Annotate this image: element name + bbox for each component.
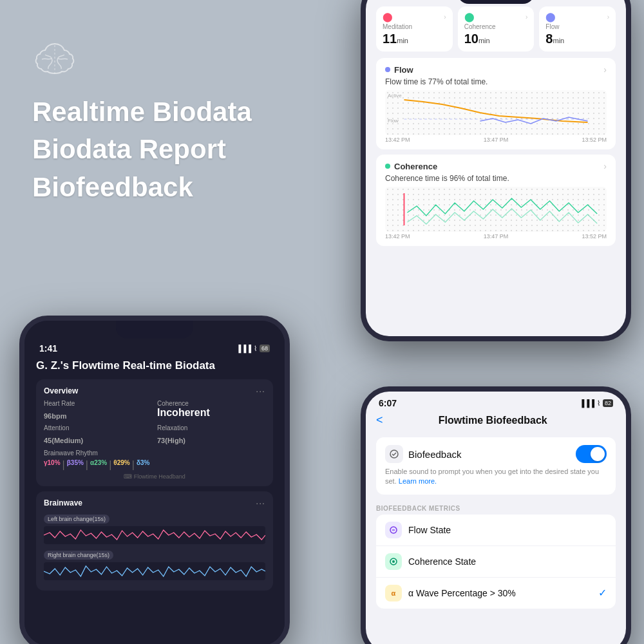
right-brain-wave [44,562,265,580]
alpha-check-icon: ✓ [598,587,607,599]
headline-line-2: Biodata Report [32,134,290,165]
brain-icon [32,39,290,85]
phone-bottom-right: 6:07 ▐▐▐ ⌇ 82 < Flowtime Biofeedback [361,386,631,644]
bf-title: Flowtime Biofeedback [390,415,596,426]
heart-rate-value: 96bpm [44,407,152,422]
bf-toggle-label: Biofeedback [385,445,462,463]
bf-toggle-row: Biofeedback [385,445,607,463]
alpha-wave-label: α Wave Percentage > 30% [408,588,592,598]
meditation-stat[interactable]: ⬤ › Meditation 11min [376,6,453,52]
beta-value: β35% [67,459,84,471]
flow-section: Flow › Flow time is 77% of total time. A… [376,58,616,149]
overview-menu[interactable]: ··· [256,386,265,396]
brainwave-header: Brainwave ··· [44,498,265,508]
bf-battery: 82 [603,399,613,407]
overview-card: Overview ··· Heart Rate 96bpm Coherence [36,379,273,486]
coherence-value: Incoherent [157,407,265,419]
list-item-alpha[interactable]: α α Wave Percentage > 30% ✓ [376,578,616,609]
flow-state-icon [385,522,402,538]
relaxation-label: Relaxation [157,424,265,431]
flow-section-title: Flow [394,65,413,75]
left-brain-section: Left brain change(15s) [44,512,265,544]
bf-header: < Flowtime Biofeedback [366,408,626,432]
overview-header: Overview ··· [44,386,265,396]
theta-value: θ29% [113,459,129,471]
coherence-stat-label: Coherence [464,23,496,30]
flow-chevron: › [607,14,609,21]
bf-back-button[interactable]: < [376,413,383,427]
coherence-stat-value: 10min [464,32,490,46]
meditation-icon: ⬤ [383,12,393,22]
stats-row: ⬤ › Meditation 11min ⬤ › [376,6,616,52]
bf-wifi-icon: ⌇ [597,399,600,408]
headline-line-3: Biofeedback [32,172,290,203]
coherence-section-chevron[interactable]: › [603,161,607,171]
right-brain-label: Right brain change(15s) [44,551,113,560]
brainwave-card: Brainwave ··· Left brain change(15s) Rig… [36,491,273,591]
coherence-section-title: Coherence [394,162,437,171]
coherence-section: Coherence › Coherence time is 96% of tot… [376,155,616,246]
flow-stat-label: Flow [545,23,559,30]
list-item-coherence[interactable]: Coherence State [376,546,616,578]
signal-icon: ▐▐▐ [236,345,251,352]
flow-stat[interactable]: ⬤ › Flow 8min [539,6,616,52]
coherence-stat[interactable]: ⬤ › Coherence 10min [458,6,535,52]
main-container: Realtime Biodata Biodata Report Biofeedb… [0,0,644,644]
left-panel: Realtime Biodata Biodata Report Biofeedb… [0,0,316,644]
overview-title: Overview [44,386,78,395]
dark-phone-time: 1:41 [39,343,57,354]
attention-label: Attention [44,424,152,431]
phone-notch-left [116,321,193,339]
wifi-icon: ⌇ [254,345,257,353]
coherence-chart-times: 13:42 PM 13:47 PM 13:52 PM [385,233,607,240]
biofeedback-screen: 6:07 ▐▐▐ ⌇ 82 < Flowtime Biofeedback [366,392,626,644]
flow-desc: Flow time is 77% of total time. [385,77,607,86]
learn-more-link[interactable]: Learn more. [399,477,437,485]
dark-phone-title: G. Z.'s Flowtime Real-time Biodata [36,359,273,373]
brainwave-title: Brainwave [44,498,82,507]
coherence-desc: Coherence time is 96% of total time. [385,174,607,183]
brainwave-menu[interactable]: ··· [256,498,265,508]
phone-left: 1:41 ▐▐▐ ⌇ 68 G. Z.'s Flowtime Real-time… [19,316,290,644]
gamma-value: γ10% [44,459,61,471]
flow-state-label: Flow State [408,525,607,535]
flow-section-chevron[interactable]: › [603,64,607,75]
status-icons: ▐▐▐ ⌇ 68 [236,345,270,353]
coherence-section-header: Coherence › [385,161,607,171]
coherence-state-label: Coherence State [408,556,607,567]
biofeedback-toggle[interactable] [576,445,607,463]
bf-status-bar: 6:07 ▐▐▐ ⌇ 82 [366,392,626,408]
alpha-wave-icon: α [385,585,402,601]
brainwave-row: γ10% | β35% | α23% | θ29% | δ3% [44,459,265,471]
biofeedback-icon [385,445,403,463]
heart-rate-label: Heart Rate [44,400,152,407]
meditation-value: 11min [383,32,408,46]
coherence-metric: Coherence Incoherent [157,400,265,422]
status-bar-dark: 1:41 ▐▐▐ ⌇ 68 [36,343,273,354]
attention-metric: Attention 45(Medium) [44,424,152,446]
relaxation-value: 73(High) [157,431,265,446]
delta-value: δ3% [137,459,150,471]
meditation-chevron: › [444,14,446,21]
meditation-label: Meditation [383,23,412,30]
flow-stat-value: 8min [545,32,564,46]
report-screen: ⬤ › Meditation 11min ⬤ › [366,0,626,336]
coherence-chevron: › [526,14,527,21]
report-content: ⬤ › Meditation 11min ⬤ › [366,0,626,336]
list-item-flow[interactable]: Flow State [376,515,616,546]
relaxation-metric: Relaxation 73(High) [157,424,265,446]
bf-metrics-label: BIOFEEDBACK METRICS [366,500,626,515]
svg-point-5 [392,560,395,563]
bf-time: 6:07 [379,398,397,408]
left-brain-wave [44,526,265,544]
left-brain-label: Left brain change(15s) [44,515,109,524]
metrics-grid: Heart Rate 96bpm Coherence Incoherent At… [44,400,265,446]
headline-line-1: Realtime Biodata [32,97,290,128]
flow-chart-times: 13:42 PM 13:47 PM 13:52 PM [385,137,607,143]
flow-chart: Active Flow [385,90,607,135]
device-footer: ⌨ Flowtime Headband [44,473,265,480]
heart-rate-metric: Heart Rate 96bpm [44,400,152,422]
bf-status-icons: ▐▐▐ ⌇ 82 [580,399,613,408]
bf-list: Flow State Coherence State [376,515,616,609]
coherence-label: Coherence [157,400,265,407]
